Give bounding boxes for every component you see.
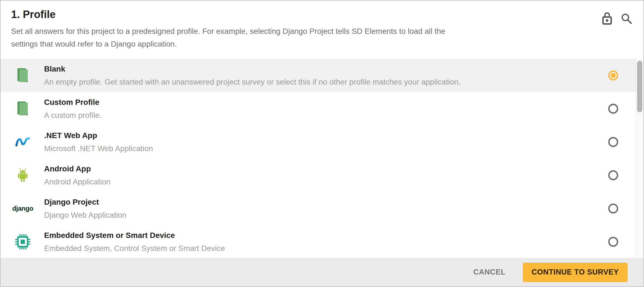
- profile-list: Blank An empty profile. Get started with…: [1, 59, 636, 259]
- profile-description: Android Application: [44, 177, 111, 187]
- footer: CANCEL CONTINUE TO SURVEY: [1, 258, 643, 286]
- profile-description: An empty profile. Get started with an un…: [44, 77, 461, 87]
- header: 1. Profile Set all answers for this proj…: [1, 1, 643, 50]
- dotnet-logo-icon: [15, 137, 30, 147]
- profile-description: Embedded System, Control System or Smart…: [44, 244, 225, 253]
- profile-name: Embedded System or Smart Device: [44, 231, 225, 240]
- android-logo-icon: [16, 168, 30, 183]
- unlock-icon: [601, 12, 613, 26]
- profile-radio[interactable]: [608, 137, 618, 147]
- profile-description: A custom profile.: [44, 111, 102, 120]
- profile-row-embedded-system-or-smart-device[interactable]: Embedded System or Smart Device Embedded…: [1, 225, 636, 258]
- profile-book-icon: [17, 101, 28, 116]
- profile-description: Django Web Application: [44, 210, 126, 220]
- profile-row-django-project[interactable]: django Django Project Django Web Applica…: [1, 192, 636, 225]
- step-description: Set all answers for this project to a pr…: [11, 25, 455, 50]
- profile-step-dialog: 1. Profile Set all answers for this proj…: [0, 0, 644, 287]
- profile-row-custom-profile[interactable]: Custom Profile A custom profile.: [1, 92, 636, 125]
- continue-to-survey-button[interactable]: CONTINUE TO SURVEY: [523, 263, 628, 282]
- profile-radio[interactable]: [608, 204, 618, 214]
- profile-description: Microsoft .NET Web Application: [44, 144, 153, 153]
- header-actions: [600, 12, 633, 26]
- django-logo-icon: django: [12, 205, 33, 212]
- search-icon: [620, 12, 633, 25]
- scrollbar-thumb[interactable]: [637, 61, 642, 112]
- profile-name: .NET Web App: [44, 131, 153, 140]
- profile-radio[interactable]: [608, 237, 618, 247]
- page-title: 1. Profile: [11, 8, 632, 21]
- profile-row-android-app[interactable]: Android App Android Application: [1, 159, 636, 192]
- profile-radio[interactable]: [608, 104, 618, 114]
- profile-name: Django Project: [44, 197, 126, 207]
- profile-row-net-web-app[interactable]: .NET Web App Microsoft .NET Web Applicat…: [1, 125, 636, 159]
- cancel-button[interactable]: CANCEL: [469, 265, 510, 279]
- profile-row-blank[interactable]: Blank An empty profile. Get started with…: [1, 59, 636, 92]
- unlock-button[interactable]: [600, 12, 614, 26]
- profile-name: Blank: [44, 64, 461, 74]
- profile-radio[interactable]: [608, 170, 618, 180]
- scrollbar-track[interactable]: [636, 59, 643, 259]
- profile-name: Custom Profile: [44, 98, 102, 107]
- profile-radio[interactable]: [608, 70, 618, 80]
- profile-book-icon: [17, 68, 28, 83]
- search-button[interactable]: [620, 12, 633, 26]
- profile-name: Android App: [44, 164, 111, 174]
- chip-icon: [15, 234, 31, 250]
